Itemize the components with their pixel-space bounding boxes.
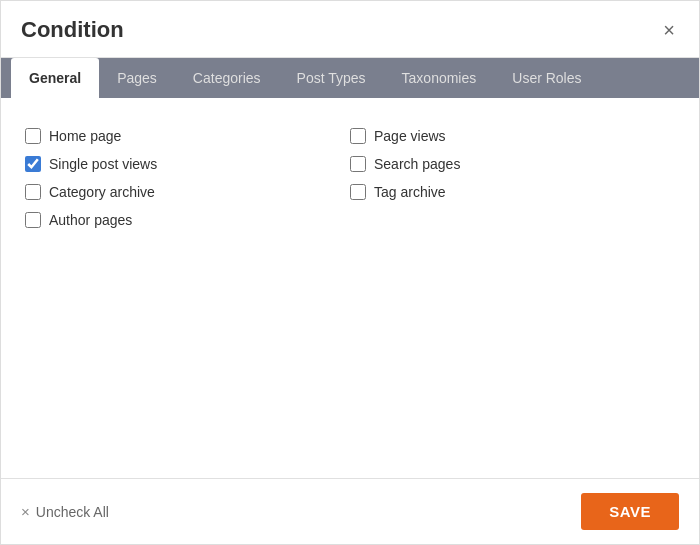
page-views-checkbox[interactable] [350,128,366,144]
list-item: Page views [350,122,675,150]
search-pages-checkbox[interactable] [350,156,366,172]
single-post-views-label[interactable]: Single post views [49,156,157,172]
list-item: Tag archive [350,178,675,206]
category-archive-checkbox[interactable] [25,184,41,200]
single-post-views-checkbox[interactable] [25,156,41,172]
tag-archive-checkbox[interactable] [350,184,366,200]
dialog-header: Condition × [1,1,699,58]
tab-taxonomies[interactable]: Taxonomies [384,58,495,98]
checkboxes-right-column: Page views Search pages Tag archive [350,122,675,234]
uncheck-all-button[interactable]: × Uncheck All [21,503,109,520]
list-item: Category archive [25,178,350,206]
page-views-label[interactable]: Page views [374,128,446,144]
list-item: Single post views [25,150,350,178]
dialog-body: Home page Single post views Category arc… [1,98,699,478]
home-page-label[interactable]: Home page [49,128,121,144]
category-archive-label[interactable]: Category archive [49,184,155,200]
tabs-bar: General Pages Categories Post Types Taxo… [1,58,699,98]
save-button[interactable]: SAVE [581,493,679,530]
condition-dialog: Condition × General Pages Categories Pos… [1,1,699,544]
dialog-footer: × Uncheck All SAVE [1,478,699,544]
author-pages-label[interactable]: Author pages [49,212,132,228]
list-item: Search pages [350,150,675,178]
search-pages-label[interactable]: Search pages [374,156,460,172]
tab-categories[interactable]: Categories [175,58,279,98]
tab-user-roles[interactable]: User Roles [494,58,599,98]
dialog-title: Condition [21,17,124,43]
uncheck-x-icon: × [21,503,30,520]
author-pages-checkbox[interactable] [25,212,41,228]
tab-pages[interactable]: Pages [99,58,175,98]
tag-archive-label[interactable]: Tag archive [374,184,446,200]
checkboxes-grid: Home page Single post views Category arc… [25,122,675,234]
uncheck-all-label: Uncheck All [36,504,109,520]
close-button[interactable]: × [659,18,679,42]
checkboxes-left-column: Home page Single post views Category arc… [25,122,350,234]
list-item: Home page [25,122,350,150]
tab-general[interactable]: General [11,58,99,98]
list-item: Author pages [25,206,350,234]
home-page-checkbox[interactable] [25,128,41,144]
tab-post-types[interactable]: Post Types [279,58,384,98]
